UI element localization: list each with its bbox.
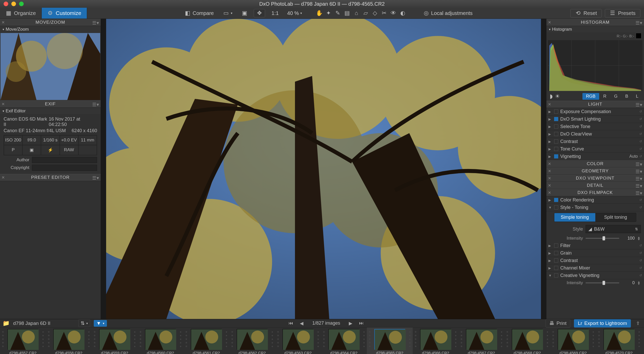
adj-tone-curve[interactable]: ▶Tone Curve↺ bbox=[546, 145, 644, 153]
adj-clearview[interactable]: ▶DxO ClearView↺ bbox=[546, 130, 644, 138]
repair-tool[interactable]: ✂ bbox=[381, 10, 387, 16]
one-to-one-button[interactable]: 1:1 bbox=[269, 9, 282, 18]
reset-icon[interactable]: ↺ bbox=[639, 117, 642, 121]
close-icon[interactable]: ✕ bbox=[548, 169, 552, 173]
menu-icon[interactable]: ☰▾ bbox=[635, 162, 642, 167]
prev-button[interactable]: ◀ bbox=[298, 320, 305, 327]
maximize-icon[interactable] bbox=[19, 2, 24, 6]
channel-rgb[interactable]: RGB bbox=[582, 93, 599, 100]
thumbnail-cell[interactable]: ★★★★★●●●●●d798-4558.CR2 bbox=[46, 327, 92, 354]
cv-intensity-slider[interactable] bbox=[586, 282, 619, 283]
reset-icon[interactable]: ↺ bbox=[639, 132, 642, 136]
thumbnail-cell[interactable]: ★★★★★●●●●●d798-4569.CR2 bbox=[550, 327, 596, 354]
simple-toning-tab[interactable]: Simple toning bbox=[554, 213, 595, 222]
thumbnail-strip[interactable]: ★★★★★●●●●●d798-4557.CR2★★★★★●●●●●d798-45… bbox=[0, 327, 644, 354]
rating-stars[interactable]: ★★★★★ bbox=[505, 330, 509, 348]
author-field[interactable] bbox=[32, 157, 97, 163]
checkbox-icon[interactable] bbox=[554, 251, 558, 255]
close-icon[interactable]: ✕ bbox=[548, 20, 552, 25]
thumbnail-cell[interactable]: ★★★★★●●●●●d798-4562.CR2 bbox=[229, 327, 275, 354]
color-label-dots[interactable]: ●●●●● bbox=[133, 330, 137, 348]
close-icon[interactable]: ✕ bbox=[548, 183, 552, 188]
reset-icon[interactable]: ↺ bbox=[639, 147, 642, 151]
rating-stars[interactable]: ★★★★★ bbox=[139, 330, 142, 348]
intensity-slider[interactable] bbox=[586, 238, 619, 239]
checkbox-icon[interactable] bbox=[554, 198, 558, 202]
rating-stars[interactable]: ★★★★★ bbox=[276, 330, 280, 348]
menu-icon[interactable]: ☰▾ bbox=[635, 176, 642, 182]
adj-selective-tone[interactable]: ▶Selective Tone↺ bbox=[546, 123, 644, 130]
fit-button[interactable]: ▣ bbox=[239, 9, 250, 17]
thumbnail-cell[interactable]: ★★★★★●●●●●d798-4561.CR2 bbox=[183, 327, 229, 354]
color-label-dots[interactable]: ●●●●● bbox=[179, 330, 182, 348]
adj-channel-mixer[interactable]: ▶Channel Mixer↺ bbox=[546, 264, 644, 272]
channel-b[interactable]: B bbox=[622, 93, 632, 100]
checkbox-icon[interactable] bbox=[554, 117, 558, 121]
channel-r[interactable]: R bbox=[600, 93, 610, 100]
rating-stars[interactable]: ★★★★★ bbox=[414, 330, 417, 348]
hand-tool[interactable]: ✋ bbox=[316, 10, 322, 16]
print-button[interactable]: 🖶Print bbox=[546, 319, 570, 327]
tab-customize[interactable]: ⚙ Customize bbox=[42, 8, 87, 19]
menu-icon[interactable]: ☰▾ bbox=[635, 169, 642, 174]
reset-icon[interactable]: ↺ bbox=[639, 251, 642, 255]
rating-stars[interactable]: ★★★★★ bbox=[460, 330, 463, 348]
color-label-dots[interactable]: ●●●●● bbox=[225, 330, 228, 348]
color-label-dots[interactable]: ●●●●● bbox=[454, 330, 457, 348]
rating-stars[interactable]: ★★★★★ bbox=[368, 330, 371, 348]
close-icon[interactable] bbox=[4, 2, 8, 6]
color-label-dots[interactable]: ●●●●● bbox=[637, 330, 641, 348]
filter-button[interactable]: ▼ ▾ bbox=[94, 320, 107, 327]
color-label-dots[interactable]: ●●●●● bbox=[362, 330, 366, 348]
checkbox-icon[interactable] bbox=[554, 124, 558, 129]
adj-filter[interactable]: ▶Filter↺ bbox=[546, 242, 644, 249]
thumbnail-cell[interactable]: ★★★★★●●●●●d798-4563.CR2 bbox=[275, 327, 321, 354]
thumbnail-cell[interactable]: ★★★★★●●●●●d798-4564.CR2 bbox=[321, 327, 367, 354]
color-label-dots[interactable]: ●●●●● bbox=[316, 330, 320, 348]
checkbox-icon[interactable] bbox=[554, 266, 558, 270]
checkbox-icon[interactable] bbox=[554, 243, 558, 248]
thumbnail-cell[interactable]: ★★★★★●●●●●d798-4565.CR2 bbox=[367, 327, 413, 354]
rating-stars[interactable]: ★★★★★ bbox=[47, 330, 50, 348]
channel-l[interactable]: L bbox=[632, 93, 642, 100]
reset-icon[interactable]: ↺ bbox=[639, 155, 642, 158]
minimize-icon[interactable] bbox=[11, 2, 16, 6]
first-button[interactable]: ⏮ bbox=[287, 320, 295, 326]
menu-icon[interactable]: ☰▾ bbox=[92, 20, 99, 26]
close-icon[interactable]: ✕ bbox=[548, 176, 552, 181]
color-label-dots[interactable]: ●●●●● bbox=[41, 330, 45, 348]
last-button[interactable]: ⏭ bbox=[358, 320, 365, 326]
adj-smart-lighting[interactable]: ▶DxO Smart Lighting↺ bbox=[546, 115, 644, 123]
exif-subheader[interactable]: ▾ Exif Editor bbox=[0, 108, 101, 114]
menu-icon[interactable]: ☰▾ bbox=[92, 175, 99, 181]
close-icon[interactable]: ✕ bbox=[548, 102, 552, 107]
menu-icon[interactable]: ☰▾ bbox=[635, 20, 642, 26]
image-viewer[interactable] bbox=[101, 19, 546, 319]
color-label-dots[interactable]: ●●●●● bbox=[87, 330, 91, 348]
checkbox-icon[interactable] bbox=[554, 273, 558, 277]
adj-fp-contrast[interactable]: ▶Contrast↺ bbox=[546, 257, 644, 264]
horizon-tool[interactable]: ▱ bbox=[363, 10, 368, 16]
channel-g[interactable]: G bbox=[611, 93, 621, 100]
histogram-subheader[interactable]: ▾ Histogram bbox=[546, 26, 644, 32]
next-button[interactable]: ▶ bbox=[347, 320, 354, 327]
shadow-clip-icon[interactable]: ◗ bbox=[548, 94, 554, 99]
wand-tool[interactable]: ✦ bbox=[326, 10, 331, 16]
adj-grain[interactable]: ▶Grain↺ bbox=[546, 249, 644, 257]
thumbnail-cell[interactable]: ★★★★★●●●●●d798-4560.CR2 bbox=[138, 327, 183, 354]
split-toning-tab[interactable]: Split toning bbox=[595, 213, 636, 222]
adj-vignetting[interactable]: ▶VignettingAuto↺ bbox=[546, 153, 644, 160]
clipping-toggle[interactable]: ◐ bbox=[400, 10, 405, 16]
close-icon[interactable]: ✕ bbox=[548, 162, 552, 166]
rating-stars[interactable]: ★★★★★ bbox=[184, 330, 188, 348]
thumbnail-cell[interactable]: ★★★★★●●●●●d798-4568.CR2 bbox=[504, 327, 550, 354]
close-icon[interactable]: ✕ bbox=[2, 175, 5, 180]
share-button[interactable]: ⇪ bbox=[634, 320, 641, 327]
color-label-dots[interactable]: ●●●●● bbox=[270, 330, 274, 348]
close-icon[interactable]: ✕ bbox=[548, 190, 552, 195]
perspective-tool[interactable]: ◇ bbox=[372, 10, 378, 16]
checkbox-icon[interactable] bbox=[554, 205, 558, 209]
reset-icon[interactable]: ↺ bbox=[639, 198, 642, 202]
menu-icon[interactable]: ☰▾ bbox=[635, 190, 642, 196]
rating-stars[interactable]: ★★★★★ bbox=[230, 330, 234, 348]
